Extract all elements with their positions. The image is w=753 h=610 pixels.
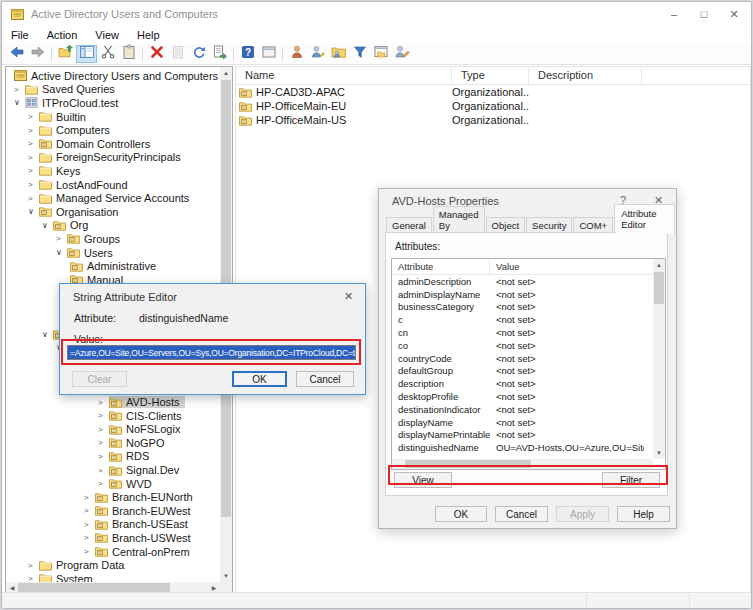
tree-item-domain-controllers[interactable]: >Domain Controllers xyxy=(6,137,220,151)
tab-object[interactable]: Object xyxy=(486,217,525,233)
tree-item-branch-uswest[interactable]: >Branch-USWest xyxy=(6,531,220,545)
collapsed-chevron-icon[interactable]: > xyxy=(28,126,39,135)
tree-item-content[interactable]: CIS-Clients xyxy=(109,410,187,422)
tree-item-rds[interactable]: >RDS xyxy=(6,450,220,464)
menu-file[interactable]: File xyxy=(2,29,38,41)
tree-item-content[interactable]: Signal.Dev xyxy=(109,464,184,476)
forward-button[interactable] xyxy=(27,45,48,63)
expanded-chevron-icon[interactable]: ∨ xyxy=(42,330,53,339)
collapsed-chevron-icon[interactable]: > xyxy=(98,452,109,461)
tree-item-content[interactable]: ITProCloud.test xyxy=(25,97,123,109)
show-console-tree-button[interactable] xyxy=(76,45,97,63)
attribute-row-admindisplayname[interactable]: adminDisplayName<not set> xyxy=(392,288,665,301)
collapsed-chevron-icon[interactable]: > xyxy=(98,411,109,420)
ok-button[interactable]: OK xyxy=(232,371,287,387)
tree-item-content[interactable]: ForeignSecurityPrincipals xyxy=(39,151,186,163)
attribute-row-countrycode[interactable]: countryCode<not set> xyxy=(392,352,665,365)
tree-item-content[interactable]: Branch-EUNorth xyxy=(95,491,198,503)
attr-vscroll-thumb[interactable] xyxy=(654,272,664,304)
tab-managed-by[interactable]: Managed By xyxy=(433,206,485,233)
list-item-hp-cad3d-apac[interactable]: HP-CAD3D-APACOrganizational... xyxy=(236,85,750,99)
collapsed-chevron-icon[interactable]: > xyxy=(84,493,95,502)
collapsed-chevron-icon[interactable]: > xyxy=(14,85,25,94)
tree-item-content[interactable]: LostAndFound xyxy=(39,179,133,191)
clear-button[interactable]: Clear xyxy=(72,371,127,387)
help-button[interactable]: Help xyxy=(617,506,670,522)
tree-item-content[interactable]: Users xyxy=(67,247,118,259)
attribute-row-displaynameprintable[interactable]: displayNamePrintable<not set> xyxy=(392,429,665,442)
tree-item-content[interactable]: Computers xyxy=(39,124,115,136)
collapsed-chevron-icon[interactable]: > xyxy=(28,166,39,175)
collapsed-chevron-icon[interactable]: > xyxy=(98,425,109,434)
delete-button[interactable] xyxy=(146,45,167,63)
scroll-down-icon[interactable]: ▼ xyxy=(653,447,665,459)
tree-item-content[interactable]: Active Directory Users and Computers [AD… xyxy=(14,70,220,82)
list-item-hp-officemain-us[interactable]: HP-OfficeMain-USOrganizational... xyxy=(236,113,750,127)
expanded-chevron-icon[interactable]: ∨ xyxy=(42,221,53,230)
value-input[interactable]: =Azure,OU=Site,OU=Servers,OU=Sys,OU=Orga… xyxy=(67,345,356,360)
collapsed-chevron-icon[interactable]: > xyxy=(28,139,39,148)
collapsed-chevron-icon[interactable]: > xyxy=(56,234,67,243)
attribute-row-c[interactable]: c<not set> xyxy=(392,313,665,326)
tree-item-content[interactable]: Branch-USEast xyxy=(95,518,193,530)
menu-help[interactable]: Help xyxy=(128,29,169,41)
attribute-row-displayname[interactable]: displayName<not set> xyxy=(392,416,665,429)
new-contact-button[interactable] xyxy=(307,45,328,63)
collapsed-chevron-icon[interactable]: > xyxy=(28,153,39,162)
tree-item-organisation[interactable]: ∨Organisation xyxy=(6,205,220,219)
close-button[interactable]: ✕ xyxy=(719,2,749,26)
tree-item-foreignsecurityprincipals[interactable]: >ForeignSecurityPrincipals xyxy=(6,151,220,165)
collapsed-chevron-icon[interactable]: > xyxy=(28,561,39,570)
attribute-row-businesscategory[interactable]: businessCategory<not set> xyxy=(392,301,665,314)
tree-item-system[interactable]: >System xyxy=(6,572,220,582)
attributes-horizontal-scrollbar[interactable] xyxy=(392,459,653,469)
attribute-row-defaultgroup[interactable]: defaultGroup<not set> xyxy=(392,365,665,378)
set-filter-button[interactable] xyxy=(349,45,370,63)
tree-item-nogpo[interactable]: >NoGPO xyxy=(6,436,220,450)
apply-button[interactable]: Apply xyxy=(556,506,609,522)
collapsed-chevron-icon[interactable]: > xyxy=(84,547,95,556)
tree-item-org[interactable]: ∨Org xyxy=(6,219,220,233)
collapsed-chevron-icon[interactable]: > xyxy=(84,533,95,542)
tree-item-avd-hosts[interactable]: >AVD-Hosts xyxy=(6,395,220,409)
dialog-close-icon[interactable]: ✕ xyxy=(344,290,353,303)
tree-item-cis-clients[interactable]: >CIS-Clients xyxy=(6,409,220,423)
tree-item-content[interactable]: AVD-Hosts xyxy=(109,396,185,408)
attribute-row-desktopprofile[interactable]: desktopProfile<not set> xyxy=(392,390,665,403)
attribute-row-admindescription[interactable]: adminDescription<not set> xyxy=(392,275,665,288)
collapsed-chevron-icon[interactable]: > xyxy=(28,180,39,189)
cancel-button[interactable]: Cancel xyxy=(495,506,548,522)
collapsed-chevron-icon[interactable]: > xyxy=(28,574,39,582)
tab-security[interactable]: Security xyxy=(526,217,572,233)
tree-item-program-data[interactable]: >Program Data xyxy=(6,558,220,572)
up-one-level-button[interactable] xyxy=(55,45,76,63)
tree-item-content[interactable]: Branch-EUWest xyxy=(95,505,196,517)
back-button[interactable] xyxy=(6,45,27,63)
value-column-header[interactable]: Value xyxy=(490,259,520,274)
scroll-down-icon[interactable]: ▼ xyxy=(220,570,232,582)
refresh-button[interactable] xyxy=(188,45,209,63)
attribute-row-cn[interactable]: cn<not set> xyxy=(392,326,665,339)
tree-item-content[interactable]: Saved Queries xyxy=(25,83,120,95)
tree-item-branch-eunorth[interactable]: >Branch-EUNorth xyxy=(6,490,220,504)
tree-item-computers[interactable]: >Computers xyxy=(6,123,220,137)
tree-item-branch-euwest[interactable]: >Branch-EUWest xyxy=(6,504,220,518)
tree-item-managed-service-accounts[interactable]: >Managed Service Accounts xyxy=(6,191,220,205)
column-header-description[interactable]: Description xyxy=(529,67,642,84)
tab-attribute-editor[interactable]: Attribute Editor xyxy=(614,204,675,234)
tab-general[interactable]: General xyxy=(386,217,432,233)
attribute-row-co[interactable]: co<not set> xyxy=(392,339,665,352)
expanded-chevron-icon[interactable]: ∨ xyxy=(14,98,25,107)
tree-item-content[interactable]: Org xyxy=(53,219,93,231)
list-item-hp-officemain-eu[interactable]: HP-OfficeMain-EUOrganizational... xyxy=(236,99,750,113)
attributes-vertical-scrollbar[interactable]: ▲ ▼ xyxy=(653,259,665,459)
cancel-button[interactable]: Cancel xyxy=(296,371,354,387)
column-header-name[interactable]: Name xyxy=(236,67,452,84)
scroll-up-icon[interactable]: ▲ xyxy=(220,67,232,79)
column-header-type[interactable]: Type xyxy=(452,67,529,84)
tree-item-content[interactable]: Central-onPrem xyxy=(95,546,195,558)
tree-item-nofslogix[interactable]: >NoFSLogix xyxy=(6,422,220,436)
tree-item-content[interactable]: WVD xyxy=(109,478,157,490)
tab-com[interactable]: COM+ xyxy=(573,217,613,233)
tree-item-content[interactable]: Groups xyxy=(67,233,125,245)
